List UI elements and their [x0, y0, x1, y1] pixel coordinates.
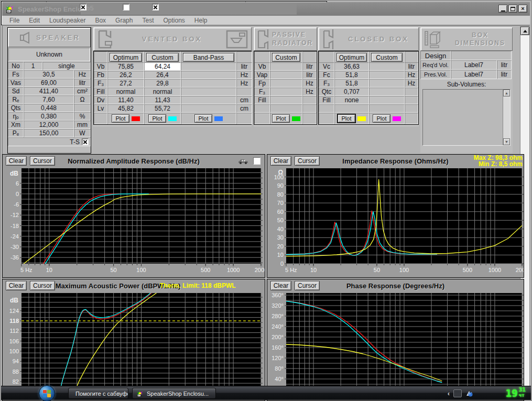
param-value[interactable] [181, 79, 236, 88]
menu-file[interactable]: File [5, 16, 24, 25]
param-value[interactable]: 69,00 [24, 79, 74, 87]
menu-graph[interactable]: Graph [111, 16, 137, 25]
param-value[interactable]: 150,00 [24, 129, 74, 137]
param-value[interactable] [270, 88, 302, 96]
scroll-down-icon[interactable]: ▼ [503, 138, 510, 145]
vented-optimum-plot-button[interactable]: Plot [112, 114, 129, 123]
param-value[interactable]: 0,380 [24, 112, 74, 121]
scrollbar-up-icon[interactable] [520, 27, 529, 35]
impedance-clear-button[interactable]: Clear [270, 156, 291, 166]
param-value[interactable]: 26,4 [144, 71, 181, 79]
param-value[interactable]: 75,85 [107, 62, 144, 71]
menu-options[interactable]: Options [159, 16, 189, 25]
param-value-selected[interactable]: 64,24 [144, 62, 181, 71]
param-value[interactable] [270, 71, 302, 79]
param-value[interactable] [369, 62, 405, 71]
param-value[interactable]: 29,8 [144, 79, 181, 88]
car-icon[interactable] [237, 157, 249, 167]
maximize-button[interactable] [508, 5, 517, 13]
param-value[interactable]: 12,000 [24, 121, 74, 129]
tray-expand-icon[interactable]: ‹ [448, 389, 450, 397]
amplitude-plot-area[interactable]: 60-6-12-18-24-30-36dB5 Hz105010050010002… [3, 167, 265, 277]
impedance-cursor-button[interactable]: Cursor [295, 156, 320, 166]
vented-custom-plot-button[interactable]: Plot [148, 114, 166, 123]
param-value[interactable] [270, 79, 302, 88]
param-value[interactable]: 36,63 [334, 62, 369, 71]
passive-custom-button[interactable]: Custom [272, 53, 300, 62]
param-value[interactable]: normal [144, 88, 181, 96]
menu-test[interactable]: Test [138, 16, 158, 25]
amplitude-clear-button[interactable]: Clear [6, 156, 27, 166]
param-value[interactable]: 51,8 [334, 79, 369, 88]
overlay-checkbox[interactable] [80, 4, 86, 10]
param-value[interactable]: normal [107, 88, 144, 96]
param-value[interactable] [181, 104, 236, 113]
closed-custom-plot-button[interactable]: Plot [373, 114, 390, 123]
param-value[interactable]: 0,707 [334, 88, 369, 96]
param-value[interactable] [369, 96, 405, 104]
menu-edit[interactable]: Edit [25, 16, 44, 25]
start-button[interactable] [39, 385, 55, 401]
taskbar-item-speakershop[interactable]: SpeakerShop Enclosu... [132, 388, 216, 399]
phase-plot-area[interactable]: 360°320°280°240°200°160°120°80°40°5 Hz10… [267, 292, 524, 400]
sub-volumes-scrollbar[interactable]: ▲ ▼ [503, 90, 510, 145]
param-value[interactable]: 26,2 [107, 71, 144, 79]
impedance-plot-area[interactable]: 1009080706050403020100Ω5 Hz1050100500100… [267, 167, 524, 277]
param-value[interactable]: 51,8 [334, 71, 369, 79]
amplitude-graph-checkbox[interactable] [253, 157, 260, 165]
power-plot-area[interactable]: 124118112106100948882dB5 Hz1050100500100… [3, 292, 265, 400]
fill-checkbox[interactable] [123, 4, 129, 10]
param-value[interactable] [181, 62, 236, 71]
param-value[interactable]: 27,2 [107, 79, 144, 88]
amplitude-cursor-button[interactable]: Cursor [30, 156, 55, 166]
param-value[interactable]: 55,72 [144, 104, 181, 113]
param-value[interactable] [181, 71, 236, 79]
minimize-button[interactable] [498, 5, 507, 13]
vented-bandpass-button[interactable]: Band-Pass [183, 53, 234, 62]
param-value[interactable]: 7,60 [24, 95, 74, 104]
tray-clock[interactable]: 19 31 чт [506, 387, 526, 399]
closed-optimum-plot-button[interactable]: Plot [338, 114, 355, 123]
taskbar: Помогите с сабвуфе... SpeakerShop Enclos… [1, 386, 531, 400]
param-value[interactable] [270, 96, 302, 104]
param-value[interactable] [181, 96, 236, 104]
power-cursor-button[interactable]: Cursor [30, 281, 55, 290]
speaker-name[interactable]: Unknown [8, 48, 90, 61]
speaker-no-value[interactable]: 1 [24, 62, 42, 70]
param-value[interactable]: 11,40 [107, 96, 144, 104]
tray-network-icon[interactable] [465, 389, 473, 397]
param-value[interactable]: 30,5 [24, 70, 74, 79]
taskbar-item-firefox[interactable]: Помогите с сабвуфе... [68, 388, 128, 399]
vented-bandpass-plot-button[interactable]: Plot [194, 114, 212, 123]
design-button[interactable]: Design [420, 51, 451, 60]
vented-custom-button[interactable]: Custom [146, 53, 179, 62]
param-value[interactable] [369, 79, 405, 88]
param-value[interactable]: 11,43 [144, 96, 181, 104]
closed-custom-button[interactable]: Custom [371, 53, 403, 62]
param-value[interactable]: 411,40 [24, 87, 74, 95]
ts-checkbox[interactable] [82, 138, 89, 145]
param-value[interactable]: none [334, 96, 369, 104]
close-button[interactable]: × [518, 5, 527, 13]
param-value[interactable]: 0,448 [24, 104, 74, 112]
power-clear-button[interactable]: Clear [6, 281, 27, 290]
sub-volumes-list[interactable]: ▲ ▼ [422, 89, 511, 146]
menu-help[interactable]: Help [190, 16, 212, 25]
passive-plot-button[interactable]: Plot [272, 114, 290, 123]
closed-optimum-button[interactable]: Optimum [336, 53, 367, 62]
param-value[interactable] [369, 88, 405, 96]
param-value[interactable]: 45,82 [107, 104, 144, 113]
phase-cursor-button[interactable]: Cursor [295, 281, 320, 290]
speaker-config[interactable]: single [42, 62, 91, 70]
menu-box[interactable]: Box [91, 16, 110, 25]
param-value[interactable] [181, 88, 236, 96]
phase-clear-button[interactable]: Clear [270, 281, 291, 290]
menu-loudspeaker[interactable]: Loudspeaker [45, 16, 90, 25]
keyboard-layout-icon[interactable] [453, 389, 462, 397]
thinline-checkbox[interactable] [152, 4, 159, 10]
param-value[interactable] [270, 62, 302, 71]
param-label: Vc [319, 62, 334, 71]
vented-optimum-button[interactable]: Optimum [110, 53, 142, 62]
scroll-up-icon[interactable]: ▲ [503, 90, 510, 96]
param-value[interactable] [369, 71, 405, 79]
